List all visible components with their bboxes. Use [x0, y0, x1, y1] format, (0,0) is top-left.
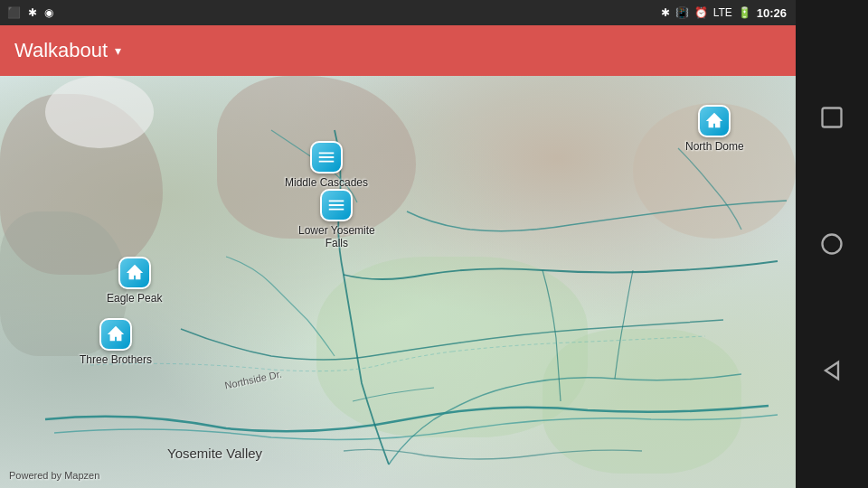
marker-label-eagle-peak: Eagle Peak — [107, 292, 162, 305]
app-title: Walkabout — [14, 39, 108, 62]
marker-eagle-peak[interactable]: Eagle Peak — [107, 257, 162, 305]
map-attribution: Powered by Mapzen — [9, 470, 99, 481]
vibrate-icon: 📳 — [675, 6, 689, 19]
alarm-icon: ⏰ — [694, 6, 708, 19]
marker-icon-north-dome — [698, 105, 731, 137]
bluetooth-status-icon: ✱ — [661, 6, 670, 19]
android-icon: ◉ — [44, 6, 53, 19]
home-button[interactable] — [814, 226, 850, 262]
marker-lower-yosemite[interactable]: Lower YosemiteFalls — [298, 189, 375, 250]
area-label-yosemite-valley: Yosemite Valley — [167, 446, 262, 461]
marker-label-north-dome: North Dome — [685, 140, 744, 153]
recent-apps-button[interactable] — [814, 99, 850, 136]
battery-icon: 🔋 — [738, 6, 751, 19]
app-bar: Walkabout ▾ — [0, 25, 796, 76]
marker-icon-three-brothers — [99, 318, 132, 351]
marker-label-middle-cascades: Middle Cascades — [285, 176, 368, 189]
screenshot-icon: ⬛ — [7, 6, 21, 19]
marker-icon-eagle-peak — [118, 257, 151, 289]
marker-icon-middle-cascades — [310, 141, 343, 174]
svg-marker-2 — [826, 362, 838, 380]
nav-bar — [796, 0, 868, 488]
marker-middle-cascades[interactable]: Middle Cascades — [285, 141, 368, 189]
marker-three-brothers[interactable]: Three Brothers — [80, 318, 152, 366]
status-time: 10:26 — [757, 6, 787, 20]
map-area[interactable]: North Dome Middle Cascades Lower Yosemit… — [0, 76, 796, 488]
status-bar: ⬛ ✱ ◉ ✱ 📳 ⏰ LTE 🔋 10:26 — [0, 0, 796, 25]
lte-icon: LTE — [713, 6, 732, 19]
bluetooth-icon: ✱ — [28, 6, 37, 19]
dropdown-icon[interactable]: ▾ — [115, 43, 121, 58]
status-left-icons: ⬛ ✱ ◉ — [7, 6, 53, 19]
marker-label-three-brothers: Three Brothers — [80, 353, 152, 366]
svg-rect-0 — [823, 108, 842, 127]
marker-north-dome[interactable]: North Dome — [685, 105, 744, 153]
marker-label-lower-yosemite: Lower YosemiteFalls — [298, 224, 375, 250]
marker-icon-lower-yosemite — [320, 189, 353, 221]
svg-point-1 — [823, 235, 842, 254]
back-button[interactable] — [814, 352, 850, 389]
